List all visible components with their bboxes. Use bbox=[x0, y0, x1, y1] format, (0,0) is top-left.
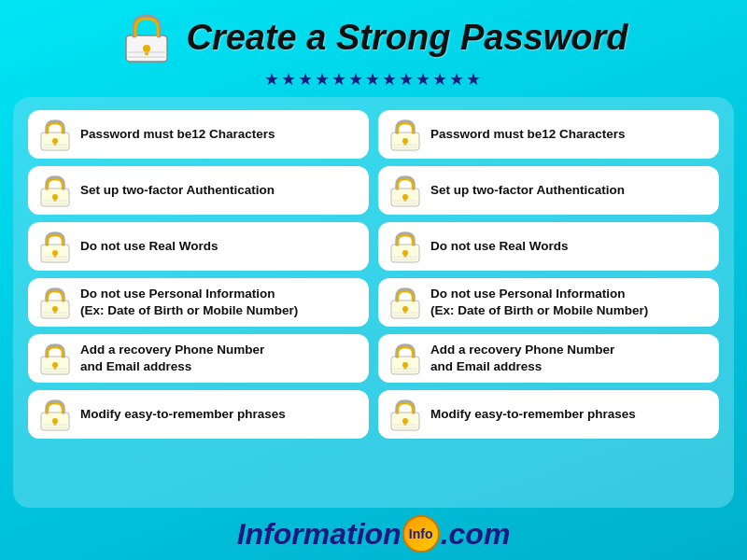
item-text-2: Password must be12 Characters bbox=[430, 126, 626, 143]
item-text-12: Modify easy-to-remember phrases bbox=[430, 406, 636, 423]
item-text-9: Add a recovery Phone Numberand Email add… bbox=[80, 342, 264, 374]
item-card-11: Modify easy-to-remember phrases bbox=[28, 390, 369, 439]
lock-icon-6 bbox=[388, 229, 423, 264]
item-card-4: Set up two-factor Authentication bbox=[378, 166, 719, 215]
item-card-10: Add a recovery Phone Numberand Email add… bbox=[378, 334, 719, 383]
lock-icon-large bbox=[119, 9, 175, 65]
item-card-8: Do not use Personal Information(Ex: Date… bbox=[378, 278, 719, 327]
item-text-5: Do not use Real Words bbox=[80, 238, 218, 255]
item-card-5: Do not use Real Words bbox=[28, 222, 369, 271]
item-card-1: Password must be12 Characters bbox=[28, 110, 369, 159]
item-card-9: Add a recovery Phone Numberand Email add… bbox=[28, 334, 369, 383]
stars-decoration: ★★★★★★★★★★★★★ bbox=[264, 69, 483, 90]
item-card-2: Password must be12 Characters bbox=[378, 110, 719, 159]
main-card: Password must be12 Characters Password m… bbox=[13, 97, 734, 508]
item-text-8: Do not use Personal Information(Ex: Date… bbox=[430, 286, 648, 318]
lock-icon-1 bbox=[37, 117, 73, 152]
lock-icon-10 bbox=[388, 341, 423, 376]
lock-icon-8 bbox=[388, 285, 423, 320]
item-card-12: Modify easy-to-remember phrases bbox=[378, 390, 719, 439]
footer-circle: Info bbox=[402, 515, 440, 553]
item-text-7: Do not use Personal Information(Ex: Date… bbox=[80, 286, 298, 318]
footer-pre: Information bbox=[237, 517, 402, 552]
lock-icon-5 bbox=[37, 229, 73, 264]
item-card-6: Do not use Real Words bbox=[378, 222, 719, 271]
lock-icon-7 bbox=[37, 285, 73, 320]
item-card-7: Do not use Personal Information(Ex: Date… bbox=[28, 278, 369, 327]
lock-icon-4 bbox=[388, 173, 423, 208]
item-text-11: Modify easy-to-remember phrases bbox=[80, 406, 286, 423]
lock-icon-3 bbox=[37, 173, 73, 208]
lock-icon-11 bbox=[37, 397, 73, 432]
item-text-3: Set up two-factor Authentication bbox=[80, 182, 275, 199]
item-card-3: Set up two-factor Authentication bbox=[28, 166, 369, 215]
footer-post: .com bbox=[441, 517, 511, 552]
item-text-4: Set up two-factor Authentication bbox=[430, 182, 625, 199]
lock-icon-2 bbox=[388, 117, 423, 152]
header: Create a Strong Password bbox=[119, 9, 627, 65]
item-text-10: Add a recovery Phone Numberand Email add… bbox=[430, 342, 614, 374]
item-text-1: Password must be12 Characters bbox=[80, 126, 275, 143]
footer: Information Info .com bbox=[237, 515, 511, 553]
lock-icon-9 bbox=[37, 341, 73, 376]
item-text-6: Do not use Real Words bbox=[430, 238, 569, 255]
page-title: Create a Strong Password bbox=[186, 18, 627, 58]
lock-icon-12 bbox=[388, 397, 423, 432]
items-grid: Password must be12 Characters Password m… bbox=[28, 110, 719, 439]
page-wrapper: Create a Strong Password ★★★★★★★★★★★★★ P… bbox=[0, 0, 747, 560]
